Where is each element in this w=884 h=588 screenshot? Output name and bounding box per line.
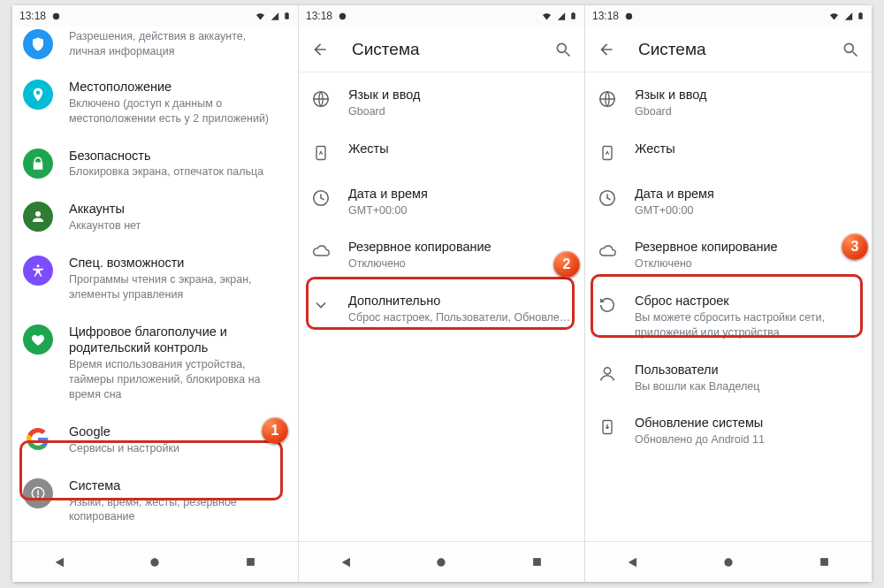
row-datetime[interactable]: Дата и время GMT+00:00 <box>585 175 872 229</box>
phone-1: 13:18 Разрешения, действия в аккаунте, л… <box>12 5 299 582</box>
nav-back[interactable] <box>325 548 368 577</box>
account-icon <box>23 202 53 232</box>
row-language[interactable]: Язык и ввод Gboard <box>299 76 584 130</box>
row-sub: Аккаунтов нет <box>69 218 286 233</box>
phone-3: 13:18 Система Язык и ввод Gboard <box>585 5 872 582</box>
wifi-icon <box>254 11 267 21</box>
svg-rect-12 <box>571 13 575 19</box>
signal-icon <box>844 11 853 22</box>
row-sub: Разрешения, действия в аккаунте, личная … <box>69 29 286 59</box>
nav-recent[interactable] <box>803 548 845 577</box>
back-button[interactable] <box>308 37 332 62</box>
svg-point-21 <box>626 12 632 19</box>
svg-line-15 <box>566 51 570 56</box>
row-reset[interactable]: Сброс настроек Вы можете сбросить настро… <box>585 282 872 351</box>
nav-home[interactable] <box>133 548 176 577</box>
row-privacy[interactable]: Разрешения, действия в аккаунте, личная … <box>12 27 298 68</box>
row-title: Сброс настроек <box>635 293 859 309</box>
row-sub: GMT+00:00 <box>635 203 859 218</box>
clock-icon <box>309 187 332 210</box>
globe-icon <box>309 88 332 111</box>
settings-list[interactable]: Разрешения, действия в аккаунте, личная … <box>12 27 298 541</box>
clock: 13:18 <box>19 10 46 22</box>
row-title: Местоположение <box>69 79 286 95</box>
globe-icon <box>596 88 619 111</box>
row-sub: Вы вошли как Владелец <box>635 379 859 394</box>
row-sub: Gboard <box>635 104 859 119</box>
gesture-icon <box>596 141 619 164</box>
page-title: Система <box>352 40 420 59</box>
notif-dot-icon <box>624 11 634 21</box>
svg-point-29 <box>604 367 610 373</box>
back-button[interactable] <box>594 37 619 62</box>
status-icons <box>827 10 865 22</box>
row-security[interactable]: Безопасность Блокировка экрана, отпечато… <box>12 137 298 191</box>
nav-home[interactable] <box>707 548 750 577</box>
privacy-icon <box>23 29 53 59</box>
svg-point-31 <box>724 558 732 566</box>
clock-icon <box>596 187 619 210</box>
update-icon <box>596 416 619 439</box>
nav-bar <box>12 541 298 582</box>
app-bar: Система <box>585 27 872 73</box>
row-wellbeing[interactable]: Цифровое благополучие и родительский кон… <box>12 313 298 413</box>
battery-icon <box>283 10 291 22</box>
row-title: Язык и ввод <box>635 87 859 103</box>
row-system[interactable]: Система Языки, время, жесты, резервное к… <box>12 467 298 536</box>
row-sub: Программы чтения с экрана, экран, элемен… <box>69 272 286 302</box>
user-icon <box>596 363 619 386</box>
search-button[interactable] <box>551 37 575 62</box>
row-title: Дата и время <box>348 186 572 202</box>
status-icons <box>254 10 291 22</box>
row-title: Дата и время <box>635 186 859 202</box>
svg-point-11 <box>339 12 346 19</box>
accessibility-icon <box>23 256 53 286</box>
google-icon <box>23 424 53 454</box>
row-title: Дополнительно <box>348 293 572 309</box>
search-button[interactable] <box>838 37 863 62</box>
row-sub: Gboard <box>348 104 572 119</box>
row-title: Аккаунты <box>69 201 286 218</box>
row-users[interactable]: Пользователи Вы вошли как Владелец <box>585 351 872 405</box>
row-accessibility[interactable]: Спец. возможности Программы чтения с экр… <box>12 244 298 313</box>
reset-icon <box>596 294 619 317</box>
row-update[interactable]: Обновление системы Обновлено до Android … <box>585 404 872 458</box>
svg-point-9 <box>151 558 159 566</box>
row-backup[interactable]: Резервное копирование Отключено <box>585 228 872 282</box>
row-backup[interactable]: Резервное копирование Отключено <box>299 228 584 282</box>
row-gestures[interactable]: Жесты <box>299 130 584 175</box>
clock: 13:18 <box>592 10 619 22</box>
row-gestures[interactable]: Жесты <box>585 130 872 175</box>
row-accounts[interactable]: Аккаунты Аккаунтов нет <box>12 190 298 244</box>
system-icon <box>23 478 53 508</box>
status-bar: 13:18 <box>299 5 584 27</box>
nav-back[interactable] <box>39 548 81 577</box>
gesture-icon <box>309 141 332 164</box>
notif-dot-icon <box>51 11 61 21</box>
row-title: Спец. возможности <box>69 255 286 271</box>
nav-home[interactable] <box>420 548 462 577</box>
notif-dot-icon <box>338 11 347 21</box>
svg-rect-2 <box>286 12 288 13</box>
nav-back[interactable] <box>612 548 654 577</box>
row-language[interactable]: Язык и ввод Gboard <box>585 76 872 130</box>
row-location[interactable]: Местоположение Включено (доступ к данным… <box>12 68 298 137</box>
row-about-device[interactable]: Об эмулированном устройстве sdk_gphone_x… <box>12 535 298 541</box>
signal-icon <box>271 11 279 22</box>
svg-rect-10 <box>247 558 255 566</box>
row-sub: Языки, время, жесты, резервное копирован… <box>69 495 286 525</box>
wellbeing-icon <box>23 325 53 355</box>
system-list[interactable]: Язык и ввод Gboard Жесты Дата и время GM… <box>299 73 584 541</box>
battery-icon <box>857 10 865 22</box>
lock-icon <box>23 149 53 179</box>
svg-point-14 <box>557 43 566 52</box>
row-google[interactable]: Google Сервисы и настройки <box>12 413 298 467</box>
row-datetime[interactable]: Дата и время GMT+00:00 <box>299 175 584 229</box>
nav-recent[interactable] <box>515 548 558 577</box>
system-list[interactable]: Язык и ввод Gboard Жесты Дата и время GM… <box>585 73 872 541</box>
status-icons <box>540 10 577 22</box>
nav-recent[interactable] <box>229 548 271 577</box>
row-sub: Время использования устройства, таймеры … <box>69 357 286 402</box>
row-advanced[interactable]: Дополнительно Сброс настроек, Пользовате… <box>299 282 584 336</box>
svg-rect-20 <box>533 558 541 566</box>
